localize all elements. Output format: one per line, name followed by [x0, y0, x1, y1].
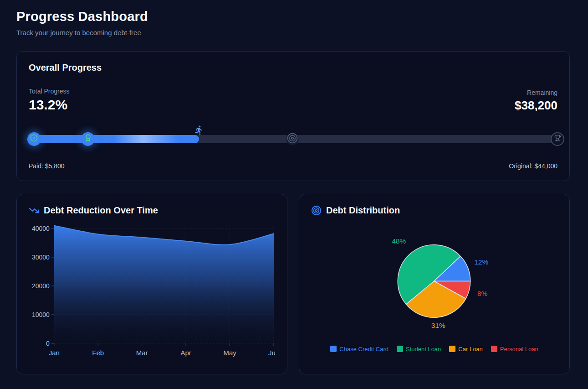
legend-item[interactable]: Chase Credit Card	[330, 346, 389, 353]
legend-label: Personal Loan	[500, 346, 538, 353]
legend-swatch	[397, 346, 403, 352]
legend-item[interactable]: Personal Loan	[491, 346, 538, 353]
debt-reduction-area-chart: 010000200003000040000JanFebMarAprMayJun	[29, 220, 275, 360]
progress-bar	[29, 129, 557, 150]
total-progress-label: Total Progress	[29, 88, 69, 95]
trophy-icon	[554, 135, 561, 143]
pie-percent-label: 31%	[431, 322, 445, 329]
debt-reduction-card: Debt Reduction Over Time 010000200003000…	[16, 194, 287, 374]
svg-text:May: May	[223, 349, 236, 357]
runner-icon	[194, 125, 204, 135]
remaining-label: Remaining	[515, 89, 557, 96]
svg-text:30000: 30000	[32, 254, 50, 261]
target-icon	[287, 132, 298, 145]
debt-distribution-card: Debt Distribution 48%12%8%31% Chase Cred…	[299, 194, 570, 374]
legend-swatch	[330, 346, 337, 352]
svg-text:20000: 20000	[32, 282, 50, 290]
legend-label: Chase Credit Card	[339, 346, 389, 353]
check-circle-icon	[30, 134, 38, 144]
svg-text:Jun: Jun	[268, 349, 275, 357]
overall-progress-title: Overall Progress	[29, 62, 557, 73]
area-chart-box: 010000200003000040000JanFebMarAprMayJun	[29, 220, 275, 360]
milestone-check	[27, 132, 41, 146]
milestone-trophy	[551, 132, 564, 146]
legend-label: Car Loan	[458, 346, 482, 353]
milestone-award	[81, 132, 95, 146]
total-progress-stat: Total Progress 13.2%	[29, 88, 69, 113]
page-subtitle: Track your journey to becoming debt-free	[16, 29, 570, 36]
total-progress-value: 13.2%	[29, 97, 69, 113]
award-icon	[84, 134, 92, 144]
progress-dashboard-page: Progress Dashboard Track your journey to…	[0, 0, 588, 389]
page-title: Progress Dashboard	[16, 9, 570, 24]
svg-text:Apr: Apr	[180, 349, 191, 357]
legend-swatch	[449, 346, 455, 352]
debt-reduction-header: Debt Reduction Over Time	[29, 205, 275, 216]
legend-item[interactable]: Student Loan	[397, 346, 441, 353]
debt-distribution-header: Debt Distribution	[311, 205, 557, 216]
original-amount: Original: $44,000	[509, 162, 557, 170]
svg-text:Jan: Jan	[49, 349, 60, 357]
target-icon	[311, 205, 322, 216]
remaining-stat: Remaining $38,200	[515, 89, 557, 113]
overall-progress-card: Overall Progress Total Progress 13.2% Re…	[16, 51, 570, 181]
progress-fill	[29, 135, 199, 143]
svg-text:Feb: Feb	[92, 349, 104, 357]
pie-percent-label: 8%	[477, 290, 488, 297]
debt-distribution-title: Debt Distribution	[326, 205, 400, 216]
debt-reduction-title: Debt Reduction Over Time	[44, 205, 158, 216]
charts-row: Debt Reduction Over Time 010000200003000…	[16, 194, 570, 374]
legend-label: Student Loan	[406, 346, 441, 353]
pie-legend: Chase Credit CardStudent LoanCar LoanPer…	[311, 346, 557, 353]
milestone-target	[286, 133, 299, 145]
legend-item[interactable]: Car Loan	[449, 346, 482, 353]
debt-distribution-pie-chart: 48%12%8%31%	[311, 220, 557, 344]
paid-amount: Paid: $5,800	[29, 162, 65, 170]
svg-text:Mar: Mar	[136, 349, 148, 357]
svg-text:10000: 10000	[32, 311, 50, 318]
pie-chart-box: 48%12%8%31%	[311, 220, 557, 344]
overall-stats-row: Total Progress 13.2% Remaining $38,200	[29, 88, 557, 113]
legend-swatch	[491, 346, 497, 352]
svg-text:40000: 40000	[32, 225, 50, 232]
svg-text:0: 0	[46, 340, 50, 347]
overall-footer-row: Paid: $5,800 Original: $44,000	[29, 162, 557, 170]
pie-percent-label: 48%	[392, 237, 406, 245]
trending-down-icon	[29, 205, 39, 216]
remaining-value: $38,200	[515, 99, 557, 113]
pie-percent-label: 12%	[474, 258, 488, 266]
